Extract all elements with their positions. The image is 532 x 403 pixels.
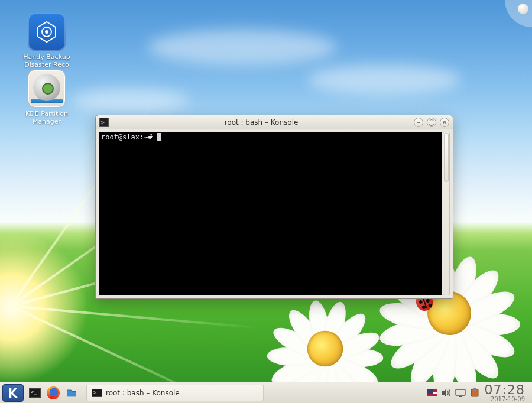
desktop-icon-label: Handy Backup Disaster Reco [17, 53, 77, 69]
taskbar: root : bash – Konsole 07:28 2017-10-09 [0, 382, 532, 403]
desktop-icon-handy-backup[interactable]: Handy Backup Disaster Reco [17, 13, 77, 69]
dolphin-launcher[interactable] [63, 385, 80, 401]
maximize-button[interactable]: ◯ [427, 118, 436, 127]
svg-rect-6 [473, 388, 476, 391]
cashew-icon [518, 4, 528, 14]
window-title: root : bash – Konsole [112, 118, 410, 126]
firefox-icon [47, 386, 60, 399]
terminal-area[interactable]: root@slax:~# [99, 132, 442, 295]
desktop-icon-label: KDE Partition Manager [17, 110, 77, 125]
konsole-window[interactable]: >_ root : bash – Konsole – ◯ ✕ root@slax… [95, 115, 453, 299]
desktop-icon-kde-partition-manager[interactable]: KDE Partition Manager [17, 70, 77, 125]
cloud [71, 89, 189, 112]
dolphin-icon [66, 387, 77, 399]
scrollbar-thumb[interactable] [444, 133, 449, 182]
keyboard-layout-indicator[interactable] [427, 388, 437, 398]
taskbar-divider [83, 385, 83, 401]
taskbar-entry-konsole[interactable]: root : bash – Konsole [86, 385, 264, 401]
minimize-button[interactable]: – [414, 118, 423, 127]
cloud [307, 65, 461, 95]
taskbar-clock[interactable]: 07:28 2017-10-09 [485, 384, 530, 402]
volume-icon[interactable] [441, 388, 452, 398]
konsole-launcher[interactable] [27, 385, 43, 401]
cloud [148, 30, 337, 65]
clock-date: 2017-10-09 [485, 396, 525, 402]
activity-corner[interactable] [505, 0, 532, 27]
clock-time: 07:28 [485, 384, 525, 396]
terminal-cursor [157, 133, 161, 141]
close-button[interactable]: ✕ [440, 118, 449, 127]
us-flag-icon [427, 389, 437, 396]
handy-backup-icon [28, 13, 66, 51]
taskbar-entry-label: root : bash – Konsole [106, 389, 180, 397]
terminal-scrollbar[interactable] [443, 132, 450, 295]
display-icon[interactable] [455, 388, 466, 398]
svg-point-2 [45, 30, 48, 34]
window-titlebar[interactable]: >_ root : bash – Konsole – ◯ ✕ [96, 115, 453, 129]
system-tray [427, 388, 480, 398]
terminal-prompt: root@slax:~# [99, 132, 442, 142]
kde-partition-manager-icon [28, 70, 66, 108]
kde-logo-icon [7, 386, 20, 399]
klipper-icon[interactable] [469, 388, 480, 398]
svg-rect-3 [456, 389, 465, 395]
konsole-app-icon: >_ [99, 118, 109, 127]
quick-launchers [27, 385, 80, 401]
kickoff-menu-button[interactable] [2, 384, 24, 402]
konsole-icon [29, 388, 41, 398]
konsole-icon [92, 389, 102, 397]
firefox-launcher[interactable] [45, 385, 61, 401]
svg-rect-4 [459, 396, 462, 397]
